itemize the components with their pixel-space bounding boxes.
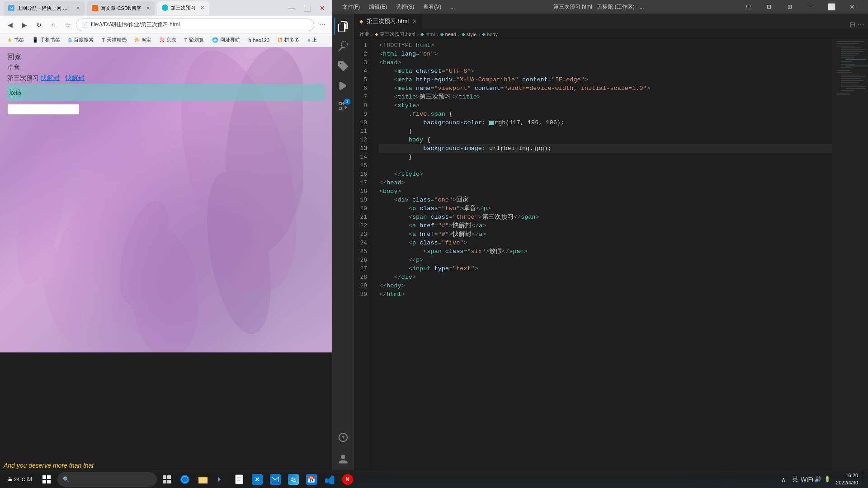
code-line-20[interactable]: <p class="two">卓音</p> xyxy=(379,204,832,213)
taskbar-calc[interactable]: ✕ xyxy=(249,471,265,488)
code-line-11[interactable]: } xyxy=(379,127,832,136)
activity-btn-git[interactable] xyxy=(334,57,352,75)
code-line-19[interactable]: <div class="one">回家 xyxy=(379,196,832,204)
vscode-layout-btn-2[interactable]: ⊟ xyxy=(759,0,779,14)
bookmark-e[interactable]: e 上 xyxy=(304,35,321,45)
editor-tab-close[interactable]: ✕ xyxy=(412,18,417,24)
bookmark-jd[interactable]: 京 京东 xyxy=(156,35,180,45)
browser-tab-1[interactable]: N 上网导航 - 轻快上网 从这里开始 ✕ xyxy=(4,1,85,15)
code-line-5[interactable]: <meta http-equiv="X-UA-Compatible" conte… xyxy=(379,75,832,84)
bookmark-tianmao[interactable]: T 天猫精选 xyxy=(98,35,130,45)
code-line-13[interactable]: background-image: url(beijing.jpg); xyxy=(379,144,832,153)
bookmark-btn[interactable]: ☆ xyxy=(61,19,74,31)
bookmark-mobile[interactable]: 📱 手机书签 xyxy=(28,35,64,45)
activity-btn-run[interactable] xyxy=(334,77,352,95)
breadcrumb-head[interactable]: ◆ head xyxy=(440,32,456,37)
code-line-16[interactable]: </style> xyxy=(379,170,832,178)
breadcrumb-file[interactable]: ◆ 第三次预习.html xyxy=(375,31,415,38)
taskbar-file-explorer[interactable] xyxy=(195,471,211,488)
taskbar-store[interactable]: 🛍 xyxy=(285,471,302,488)
breadcrumb-style[interactable]: ◆ style xyxy=(462,32,477,37)
show-desktop-btn[interactable] xyxy=(862,473,864,486)
tab2-close[interactable]: ✕ xyxy=(146,5,150,11)
code-line-30[interactable]: </html> xyxy=(379,290,832,299)
bookmark-hao123[interactable]: h hao123 xyxy=(245,35,273,45)
bookmark-pinduoduo[interactable]: 拼 拼多多 xyxy=(274,35,303,45)
taskbar-calendar[interactable]: 📅 xyxy=(303,471,320,488)
preview-link-1[interactable]: 快解封 xyxy=(41,74,60,81)
browser-tab-2[interactable]: C 写文章-CSDN博客 ✕ xyxy=(87,1,155,15)
home-btn[interactable]: ⌂ xyxy=(47,19,60,31)
browser-close-btn[interactable]: ✕ xyxy=(316,2,329,14)
code-line-3[interactable]: <head> xyxy=(379,58,832,67)
taskbar-mail[interactable] xyxy=(267,471,283,488)
tab1-close[interactable]: ✕ xyxy=(76,5,80,11)
vscode-menu-more[interactable]: ... xyxy=(446,0,459,14)
activity-btn-account[interactable] xyxy=(334,450,352,468)
taskbar-netease[interactable]: N xyxy=(340,471,356,488)
code-line-22[interactable]: <a href="#">快解封</a> xyxy=(379,221,832,230)
task-view-btn[interactable] xyxy=(159,471,175,488)
code-line-8[interactable]: <style> xyxy=(379,101,832,110)
code-line-14[interactable]: } xyxy=(379,153,832,161)
address-bar[interactable]: 📄 file:///D:/胡佳怡/作业/第三次预习.html xyxy=(76,19,314,31)
taskbar-terminal[interactable] xyxy=(213,471,229,488)
activity-btn-files[interactable] xyxy=(334,17,352,35)
browser-maximize-btn[interactable]: ⬜ xyxy=(301,2,313,14)
vscode-menu-view[interactable]: 查看(V) xyxy=(419,0,446,14)
vscode-layout-btn-3[interactable]: ⊞ xyxy=(779,0,800,14)
tray-volume-icon[interactable]: 🔊 xyxy=(814,476,821,483)
code-line-6[interactable]: <meta name="viewport" content="width=dev… xyxy=(379,84,832,93)
tray-battery-icon[interactable]: 🔋 xyxy=(824,476,830,482)
system-clock[interactable]: 16:20 2022/4/30 xyxy=(836,472,860,486)
breadcrumb-workdir[interactable]: 作业 xyxy=(359,31,369,38)
bookmark-taobao[interactable]: 淘 淘宝 xyxy=(131,35,155,45)
minimize-btn[interactable]: ─ xyxy=(800,0,821,14)
code-line-9[interactable]: .five,span { xyxy=(379,110,832,118)
bookmark-nav[interactable]: 🌐 网址导航 xyxy=(208,35,244,45)
code-line-26[interactable]: </p> xyxy=(379,256,832,264)
editor-tab-main[interactable]: ◆ 第三次预习.html ✕ xyxy=(354,14,423,29)
preview-text-input[interactable] xyxy=(7,104,80,115)
code-line-15[interactable] xyxy=(379,161,832,170)
reload-btn[interactable]: ↻ xyxy=(33,19,45,31)
code-line-18[interactable]: <body> xyxy=(379,187,832,196)
maximize-btn[interactable]: ⬜ xyxy=(821,0,842,14)
code-line-1[interactable]: <!DOCTYPE html> xyxy=(379,41,832,50)
activity-btn-extensions[interactable]: 1 xyxy=(334,97,352,115)
browser-tab-3[interactable]: 第三次预习 ✕ xyxy=(157,1,209,15)
start-button[interactable] xyxy=(38,470,56,488)
forward-btn[interactable]: ▶ xyxy=(18,19,31,31)
bookmark-baidu[interactable]: B 百度搜索 xyxy=(65,35,97,45)
preview-link-2[interactable]: 快解封 xyxy=(66,74,85,81)
code-line-21[interactable]: <span class="three">第三次预习</span> xyxy=(379,213,832,221)
tray-up-arrow[interactable]: ∧ xyxy=(779,475,788,484)
breadcrumb-body[interactable]: ◆ body xyxy=(482,32,498,37)
split-editor-btn[interactable]: ⊟ xyxy=(849,20,855,29)
bookmark-bookmarks[interactable]: ★ 书签 xyxy=(4,35,28,45)
code-lines[interactable]: <!DOCTYPE html><html lang="en"><head> <m… xyxy=(372,39,832,478)
code-line-29[interactable]: </body> xyxy=(379,282,832,290)
code-line-25[interactable]: <span class="six">放假</span> xyxy=(379,247,832,256)
code-line-23[interactable]: <a href="#">快解封</a> xyxy=(379,230,832,239)
tab3-close[interactable]: ✕ xyxy=(200,5,204,11)
code-line-28[interactable]: </div> xyxy=(379,273,832,282)
tray-keyboard-icon[interactable]: 英 xyxy=(791,475,800,484)
more-actions-btn[interactable]: ⋯ xyxy=(857,20,864,29)
more-btn[interactable]: ⋯ xyxy=(316,19,329,31)
code-line-17[interactable]: </head> xyxy=(379,178,832,187)
vscode-menu-file[interactable]: 文件(F) xyxy=(338,0,364,14)
vscode-menu-edit[interactable]: 编辑(E) xyxy=(364,0,392,14)
code-line-10[interactable]: background-color: rgb(117, 196, 196); xyxy=(379,118,832,127)
close-btn[interactable]: ✕ xyxy=(842,0,863,14)
code-line-4[interactable]: <meta charset="UTF-8"> xyxy=(379,67,832,75)
code-line-7[interactable]: <title>第三次预习</title> xyxy=(379,93,832,101)
vscode-menu-select[interactable]: 选择(S) xyxy=(392,0,419,14)
code-line-12[interactable]: body { xyxy=(379,136,832,144)
back-btn[interactable]: ◀ xyxy=(4,19,16,31)
taskbar-vscode[interactable] xyxy=(321,471,338,488)
code-line-2[interactable]: <html lang="en"> xyxy=(379,50,832,58)
bookmark-juhuasuan[interactable]: T 聚划算 xyxy=(181,35,208,45)
tray-wifi-icon[interactable]: WiFi xyxy=(802,475,811,484)
breadcrumb-html[interactable]: ◆ html xyxy=(420,32,435,37)
